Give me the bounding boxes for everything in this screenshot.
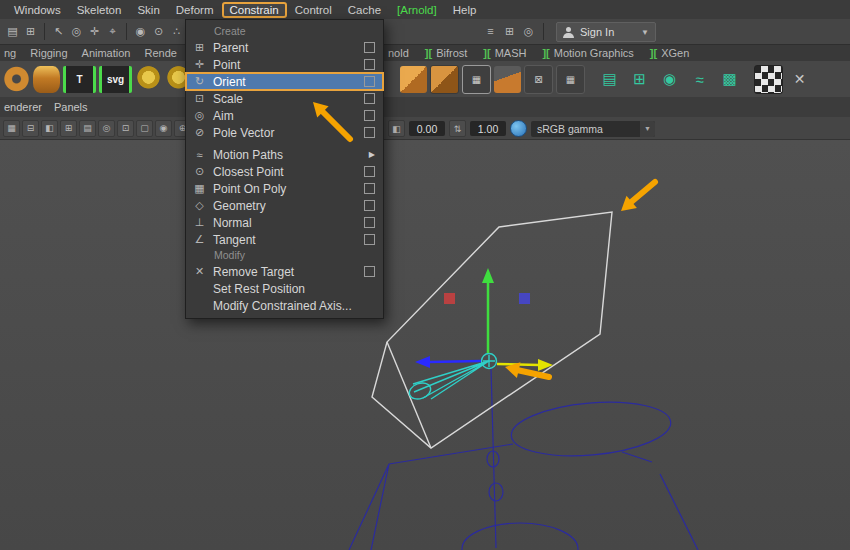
exposure-field[interactable]: 0.00: [409, 121, 445, 136]
vp-toolbar-right-group: ◧ 0.00 ⇅ 1.00 sRGB gamma ▼: [388, 120, 655, 137]
menu-item-geometry[interactable]: ◇ Geometry: [186, 197, 383, 214]
poly-bevel-icon[interactable]: [430, 65, 459, 94]
vp-toolbar-icon[interactable]: ◎: [98, 120, 115, 137]
option-box[interactable]: [364, 200, 375, 211]
view-transform-select[interactable]: sRGB gamma ▼: [531, 121, 655, 137]
vp-toolbar-icon[interactable]: ◉: [155, 120, 172, 137]
menu-arnold[interactable]: [Arnold]: [389, 3, 445, 17]
option-box[interactable]: [364, 93, 375, 104]
poly-cylinder-icon[interactable]: [33, 66, 60, 93]
menu-item-point-on-poly[interactable]: ▦ Point On Poly: [186, 180, 383, 197]
shelf-tab-bifrost[interactable]: Bifrost: [436, 47, 467, 59]
gamma-field[interactable]: 1.00: [470, 121, 506, 136]
vp-toolbar-icon[interactable]: ⊟: [22, 120, 39, 137]
chevron-down-icon[interactable]: ▼: [641, 28, 649, 37]
poly-prism-icon[interactable]: [494, 66, 521, 93]
menu-skeleton[interactable]: Skeleton: [69, 3, 130, 17]
shelf-tab-partial[interactable]: ng: [4, 47, 16, 59]
shelf-tab-motion-graphics[interactable]: Motion Graphics: [554, 47, 634, 59]
panels-menu[interactable]: Panels: [54, 101, 88, 113]
target-icon[interactable]: ◎: [520, 22, 537, 40]
rotate-tool-icon[interactable]: ◉: [132, 23, 149, 41]
paint-select-icon[interactable]: ✛: [86, 23, 103, 41]
shelf-tab-rendering[interactable]: Rende: [144, 47, 176, 59]
menu-item-pole-vector[interactable]: ⊘ Pole Vector: [186, 124, 383, 141]
sign-in-button[interactable]: Sign In ▼: [556, 22, 656, 42]
lattice-icon[interactable]: ▦: [462, 65, 491, 94]
vp-toolbar-icon[interactable]: ▤: [79, 120, 96, 137]
option-box[interactable]: [364, 183, 375, 194]
type-tool-icon[interactable]: T: [63, 66, 96, 93]
menu-skin[interactable]: Skin: [129, 3, 167, 17]
shelf-tab-animation[interactable]: Animation: [82, 47, 131, 59]
shelf-tab-xgen[interactable]: XGen: [661, 47, 689, 59]
option-box[interactable]: [364, 166, 375, 177]
checker-texture-icon[interactable]: [754, 65, 783, 94]
menu-item-aim[interactable]: ◎ Aim: [186, 107, 383, 124]
menu-item-closest-point[interactable]: ⊙ Closest Point: [186, 163, 383, 180]
workspace-icon[interactable]: ⊞: [501, 22, 518, 40]
poly-gear-icon[interactable]: [135, 66, 162, 93]
select-tool-icon[interactable]: ↖: [50, 23, 67, 41]
grid-icon[interactable]: ⊞: [22, 23, 39, 41]
menu-control[interactable]: Control: [287, 3, 340, 17]
menu-item-normal[interactable]: ⊥ Normal: [186, 214, 383, 231]
mash-world-icon[interactable]: ◉: [656, 66, 683, 93]
menu-toggle-icon[interactable]: ≡: [482, 22, 499, 40]
menu-item-point[interactable]: ✛ Point: [186, 56, 383, 73]
renderer-menu[interactable]: enderer: [4, 101, 42, 113]
option-box[interactable]: [364, 59, 375, 70]
vp-toolbar-icon[interactable]: ◧: [41, 120, 58, 137]
mash-grid-icon[interactable]: ▩: [716, 66, 743, 93]
vp-toolbar-icon[interactable]: ⊞: [60, 120, 77, 137]
point-on-poly-icon: ▦: [191, 182, 208, 195]
move-tool-icon[interactable]: ⌖: [104, 23, 121, 41]
vp-toolbar-icon[interactable]: ▢: [136, 120, 153, 137]
vp-toolbar-icon[interactable]: ▦: [3, 120, 20, 137]
mash-network-icon[interactable]: ▤: [596, 66, 623, 93]
menu-item-modify-constrained-axis[interactable]: Modify Constrained Axis...: [186, 297, 383, 314]
vp-toolbar-icon[interactable]: ⊡: [117, 120, 134, 137]
jack-cross-icon[interactable]: ✕: [786, 66, 813, 93]
option-box[interactable]: [364, 127, 375, 138]
mash-curve-icon[interactable]: ≈: [686, 66, 713, 93]
chevron-down-icon[interactable]: ▼: [640, 121, 655, 137]
option-box[interactable]: [364, 76, 375, 87]
scale-tool-icon[interactable]: ⊙: [150, 23, 167, 41]
option-box[interactable]: [364, 217, 375, 228]
menu-item-scale[interactable]: ⊡ Scale: [186, 90, 383, 107]
shelf-tab-mash[interactable]: MASH: [495, 47, 527, 59]
option-box[interactable]: [364, 110, 375, 121]
parent-constraint-icon: ⊞: [191, 41, 208, 54]
option-box[interactable]: [364, 42, 375, 53]
viewport[interactable]: [0, 139, 850, 550]
menu-windows[interactable]: Windows: [6, 3, 69, 17]
menu-item-set-rest-position[interactable]: Set Rest Position: [186, 280, 383, 297]
menu-cache[interactable]: Cache: [340, 3, 389, 17]
poly-torus-icon[interactable]: [3, 66, 30, 93]
option-box[interactable]: [364, 266, 375, 277]
menu-deform[interactable]: Deform: [168, 3, 222, 17]
last-tool-icon[interactable]: ∴: [168, 23, 185, 41]
menu-constrain[interactable]: Constrain: [222, 2, 287, 18]
menu-item-remove-target[interactable]: ✕ Remove Target: [186, 263, 383, 280]
gamma-icon[interactable]: ⇅: [449, 120, 466, 137]
delete-icon[interactable]: ⊠: [524, 65, 553, 94]
mash-repro-icon[interactable]: ⊞: [626, 66, 653, 93]
option-box[interactable]: [364, 234, 375, 245]
color-management-globe-icon[interactable]: [510, 120, 527, 137]
lasso-tool-icon[interactable]: ◎: [68, 23, 85, 41]
menu-item-parent[interactable]: ⊞ Parent: [186, 39, 383, 56]
menu-help[interactable]: Help: [445, 3, 485, 17]
scene-menu-icon[interactable]: ▤: [4, 23, 21, 41]
shelf-tab-arnold[interactable]: nold: [388, 47, 409, 59]
menu-item-orient[interactable]: ↻ Orient: [186, 73, 383, 90]
shelf-tab-rigging[interactable]: Rigging: [30, 47, 67, 59]
exposure-icon[interactable]: ◧: [388, 120, 405, 137]
menu-item-tangent[interactable]: ∠ Tangent: [186, 231, 383, 248]
plane-icon[interactable]: ▦: [556, 65, 585, 94]
poly-cube-icon[interactable]: [400, 66, 427, 93]
tangent-constraint-icon: ∠: [191, 233, 208, 246]
menu-item-motion-paths[interactable]: ≈ Motion Paths ▶: [186, 146, 383, 163]
svg-tool-icon[interactable]: svg: [99, 66, 132, 93]
